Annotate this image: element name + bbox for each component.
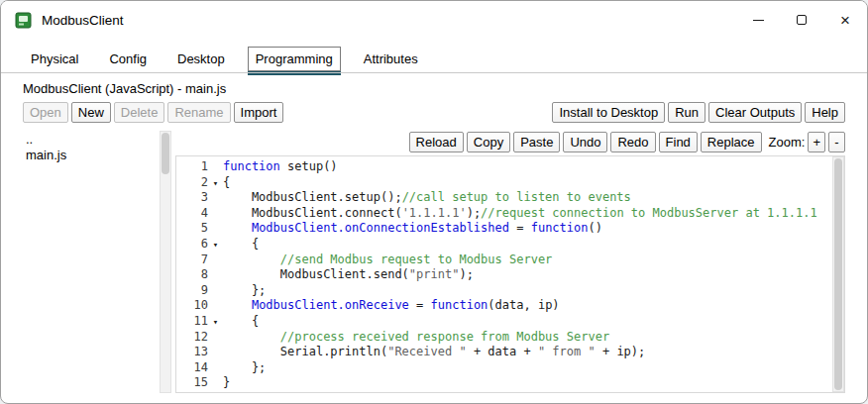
copy-button[interactable]: Copy — [467, 132, 510, 152]
paste-button[interactable]: Paste — [513, 132, 560, 152]
file-item-main-js[interactable]: main.js — [23, 147, 160, 162]
file-list-scrollbar[interactable] — [160, 131, 171, 393]
code-line[interactable]: 5 ModbusClient.onConnectionEstablished =… — [176, 221, 832, 237]
clear-outputs-button[interactable]: Clear Outputs — [708, 102, 802, 123]
token-string: "Received " — [387, 345, 466, 358]
programming-tab-pane: ModbusClient (JavaScript) - main.js Open… — [1, 72, 867, 403]
token-string: " from " — [538, 345, 596, 358]
fold-marker-icon[interactable]: ▾ — [208, 315, 223, 330]
code-text: } — [223, 375, 230, 389]
code-text: }; — [223, 283, 266, 297]
token-text: (data, ip) — [488, 298, 559, 312]
token-text — [223, 298, 252, 312]
install-to-desktop-button[interactable]: Install to Desktop — [552, 102, 665, 123]
tab-physical[interactable]: Physical — [23, 47, 86, 71]
new-button[interactable]: New — [71, 102, 111, 123]
code-line[interactable]: 7 //send Modbus request to Modbus Server — [176, 252, 832, 268]
help-button[interactable]: Help — [805, 102, 845, 123]
tab-config[interactable]: Config — [101, 47, 155, 71]
fold-spacer — [208, 222, 223, 237]
code-line[interactable]: 2▾{ — [176, 175, 832, 191]
reload-button[interactable]: Reload — [409, 132, 464, 152]
line-number: 10 — [176, 298, 208, 313]
maximize-button[interactable] — [780, 1, 823, 39]
fold-spacer — [208, 160, 223, 175]
delete-button: Delete — [114, 102, 165, 123]
line-number: 5 — [176, 221, 208, 236]
line-number: 6 — [176, 237, 208, 252]
editor-scrollbar[interactable] — [832, 156, 844, 392]
redo-button[interactable]: Redo — [610, 132, 655, 152]
close-icon: × — [840, 12, 850, 29]
modbus-client-window: ModbusClient × PhysicalConfigDesktopProg… — [0, 0, 868, 404]
code-line[interactable]: 9 }; — [176, 283, 832, 299]
code-line[interactable]: 1 function setup() — [176, 159, 832, 175]
code-text: }; — [223, 360, 266, 374]
line-number: 3 — [176, 190, 208, 205]
file-list-scrollbar-thumb[interactable] — [162, 133, 169, 174]
line-number: 7 — [176, 252, 208, 267]
token-comment: //send Modbus request to Modbus Server — [280, 252, 553, 266]
minimize-icon — [753, 20, 764, 21]
line-number: 9 — [176, 283, 208, 298]
edit-actions: ReloadCopyPasteUndoRedoFindReplace — [409, 132, 762, 152]
code-line[interactable]: 3 ModbusClient.setup();//call setup to l… — [176, 190, 832, 206]
tab-desktop[interactable]: Desktop — [169, 47, 233, 71]
undo-button[interactable]: Undo — [563, 132, 607, 152]
token-text: () — [588, 221, 601, 235]
fold-spacer — [208, 299, 223, 314]
token-property: ModbusClient.onReceive — [252, 298, 409, 312]
line-number: 1 — [176, 159, 208, 174]
editor-scrollbar-thumb[interactable] — [834, 158, 842, 390]
rename-button: Rename — [167, 102, 230, 123]
code-line[interactable]: 13 Serial.println("Received " + data + "… — [176, 345, 832, 360]
code-line[interactable]: 8 ModbusClient.send("print"); — [176, 267, 832, 283]
code-line[interactable]: 12 //process received response from Modb… — [176, 330, 832, 346]
file-item-parent-dir[interactable]: .. — [23, 131, 160, 147]
code-editor[interactable]: 1 function setup()2▾{3 ModbusClient.setu… — [175, 155, 845, 393]
fold-marker-icon[interactable]: ▾ — [208, 176, 223, 191]
fold-marker-icon[interactable]: ▾ — [208, 238, 223, 252]
run-button[interactable]: Run — [668, 102, 705, 123]
tab-attributes[interactable]: Attributes — [356, 47, 426, 71]
token-text: ModbusClient.connect( — [223, 206, 402, 220]
fold-spacer — [208, 376, 223, 391]
code-text: ModbusClient.onReceive = function(data, … — [223, 298, 560, 312]
code-line[interactable]: 10 ModbusClient.onReceive = function(dat… — [176, 298, 832, 314]
find-button[interactable]: Find — [659, 132, 698, 152]
close-button[interactable]: × — [823, 1, 867, 39]
tab-programming[interactable]: Programming — [248, 47, 341, 71]
code-text: ModbusClient.onConnectionEstablished = f… — [223, 221, 602, 235]
import-button[interactable]: Import — [234, 102, 284, 123]
minimize-button[interactable] — [736, 1, 780, 39]
code-line[interactable]: 4 ModbusClient.connect('1.1.1.1');//requ… — [176, 206, 832, 222]
code-line[interactable]: 15 } — [176, 375, 832, 391]
code-text: //send Modbus request to Modbus Server — [223, 252, 552, 266]
token-text — [223, 330, 280, 344]
token-text: + ip); — [596, 345, 646, 358]
token-text: + data + — [467, 345, 538, 358]
caption-buttons: × — [736, 1, 867, 39]
window-title: ModbusClient — [42, 13, 124, 28]
code-line[interactable]: 14 }; — [176, 360, 832, 376]
code-text: Serial.println("Received " + data + " fr… — [223, 345, 645, 358]
code-line[interactable]: 11▾ { — [176, 314, 832, 330]
code-text: ModbusClient.setup();//call setup to lis… — [223, 190, 631, 204]
token-text: { — [223, 237, 259, 251]
replace-button[interactable]: Replace — [701, 132, 762, 152]
code-line[interactable]: 6▾ { — [176, 237, 832, 252]
fold-spacer — [208, 253, 223, 268]
file-actions: OpenNewDeleteRenameImport — [23, 102, 283, 123]
fold-spacer — [208, 361, 223, 376]
editor-header: ModbusClient (JavaScript) - main.js — [23, 81, 845, 99]
code-text: //process received response from Modbus … — [223, 330, 609, 344]
token-text: }; — [223, 283, 266, 297]
zoom-out-button[interactable]: - — [828, 132, 845, 152]
token-text: ModbusClient.send( — [223, 267, 409, 281]
edit-toolbar: ReloadCopyPasteUndoRedoFindReplace Zoom:… — [175, 131, 845, 153]
zoom-in-button[interactable]: + — [808, 132, 825, 152]
token-text: Serial.println( — [223, 345, 387, 358]
line-number: 4 — [176, 206, 208, 221]
title-bar: ModbusClient × — [1, 1, 867, 39]
token-keyword: function — [431, 298, 488, 312]
